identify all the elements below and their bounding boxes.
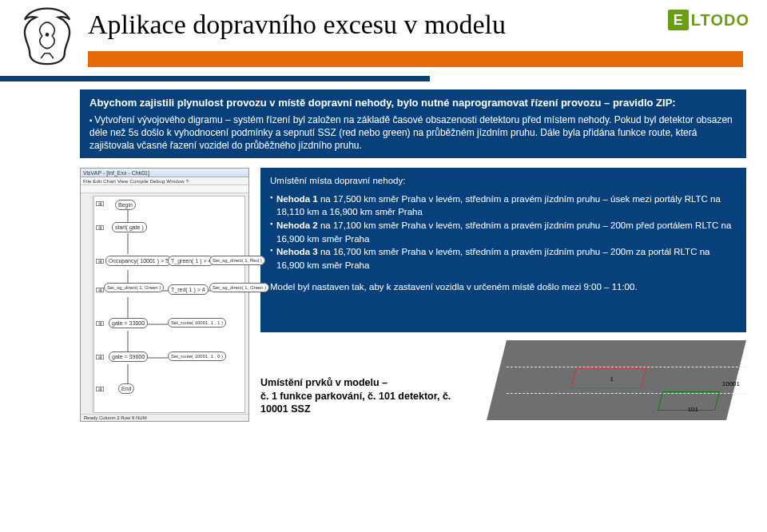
node-end: End	[118, 383, 134, 394]
intro-lead: Abychom zajistili plynulost provozu v mí…	[89, 96, 737, 110]
node-tgreen: T_green( 1 ) > 4	[168, 256, 214, 266]
placement-block: Umístění místa dopravní nehody: Nehoda 1…	[260, 168, 746, 332]
road-caption: Umístění prvků v modelu – č. 1 funkce pa…	[260, 376, 460, 415]
orange-divider	[88, 51, 743, 69]
node-occupancy: Occupancy( 10001 ) > 5	[105, 256, 172, 266]
flowchart-canvas: ⇶ Begin ⇶ start( gate ) ⇶ Occupancy( 100…	[93, 196, 245, 413]
node-route2: Set_route( 10001, 1 , 0 )	[168, 351, 226, 361]
window-menubar: File Edit Chart View Compile Debug Windo…	[81, 177, 248, 185]
placement-n3: Nehoda 3 na 16,700 km směr Praha v levém…	[270, 245, 737, 272]
parking-box-1	[571, 367, 646, 388]
placement-n1: Nehoda 1 na 17,500 km směr Praha v levém…	[270, 193, 737, 219]
window-statusbar: Ready Column 2 Row 9 NUM	[81, 414, 248, 421]
echo-icon: ⇶	[96, 321, 104, 326]
echo-icon: ⇶	[96, 225, 104, 230]
intro-bullet: Vytvoření vývojového digramu – systém ří…	[89, 113, 737, 153]
lion-crest-logo	[16, 5, 78, 67]
echo-icon: ⇶	[96, 259, 104, 264]
placement-head: Umístění místa dopravní nehody:	[270, 174, 737, 188]
road-figure: 1 10001 101 Umístění prvků v modelu – č.…	[260, 340, 746, 422]
echo-icon: ⇶	[96, 387, 104, 391]
svg-point-0	[46, 33, 50, 37]
echo-icon: ⇶	[96, 288, 104, 292]
node-gate1: gate = 33000	[109, 318, 148, 328]
node-begin: Begin	[115, 200, 136, 210]
node-setsg-green: Set_sg_direct( 1, Green )	[209, 283, 269, 292]
intro-block: Abychom zajistili plynulost provozu v mí…	[80, 89, 746, 158]
echo-icon: ⇶	[96, 201, 104, 206]
window-titlebar: VisVAP - [Inf_Exx - Chk01]	[81, 169, 248, 177]
window-sidebar	[81, 196, 93, 413]
visvap-window: VisVAP - [Inf_Exx - Chk01] File Edit Cha…	[80, 168, 249, 422]
placement-n2: Nehoda 2 na 17,100 km směr Praha v levém…	[270, 219, 737, 245]
node-set-green: Set_sg_direct( 1, Green )	[104, 283, 164, 292]
echo-icon: ⇶	[96, 355, 104, 359]
eltodo-logo: E LTODO	[668, 10, 749, 30]
eltodo-text: LTODO	[691, 11, 749, 30]
placement-model: Model byl nastaven tak, aby k zastavení …	[270, 280, 737, 294]
accent-line	[0, 76, 430, 81]
node-setsg-red: Set_sg_direct( 1, Red )	[209, 256, 265, 265]
node-tred: T_red( 1 ) > 4	[168, 284, 209, 295]
page-title: Aplikace dopravního excesu v modelu	[88, 10, 743, 40]
eltodo-e-icon: E	[668, 10, 689, 30]
window-toolbar	[81, 185, 248, 193]
node-route1: Set_route( 10001, 1 , 1 )	[168, 318, 226, 328]
node-gate2: gate = 39600	[109, 351, 148, 362]
node-start: start( gate )	[112, 222, 147, 232]
label-10001: 10001	[722, 380, 740, 387]
label-1: 1	[610, 375, 614, 383]
label-101: 101	[688, 406, 698, 413]
